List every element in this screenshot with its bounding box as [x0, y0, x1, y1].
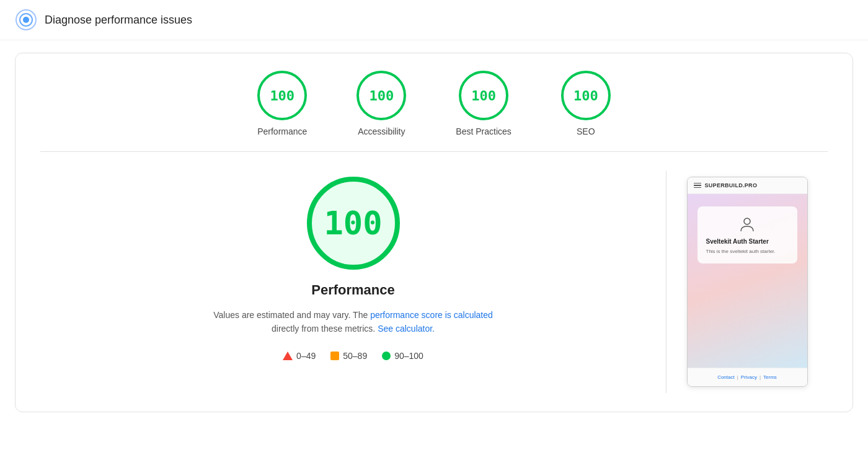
legend-item-high: 90–100 [382, 351, 423, 361]
legend: 0–49 50–89 90–100 [283, 351, 423, 361]
score-card: 100 Performance 100 Accessibility 100 Be… [15, 53, 853, 412]
calculator-link[interactable]: See calculator. [378, 324, 435, 334]
logo-icon [15, 9, 37, 31]
description-text: Values are estimated and may vary. The [213, 310, 370, 320]
circle-icon [382, 352, 391, 360]
performance-score-link[interactable]: performance score is calculated [370, 310, 493, 320]
score-description: Values are estimated and may vary. The p… [211, 308, 496, 336]
description-mid: directly from these metrics. [272, 324, 378, 334]
scores-row: 100 Performance 100 Accessibility 100 Be… [40, 71, 828, 151]
footer-privacy-link[interactable]: Privacy [741, 374, 757, 380]
main-content: 100 Performance 100 Accessibility 100 Be… [0, 40, 868, 425]
score-label-performance: Performance [257, 126, 307, 136]
large-score-label: Performance [311, 282, 395, 298]
score-label-accessibility: Accessibility [358, 126, 405, 136]
score-circle-seo: 100 [561, 71, 611, 120]
score-item-best-practices: 100 Best Practices [456, 71, 511, 136]
browser-footer: Contact | Privacy | Terms [688, 368, 807, 386]
preview-avatar-icon [738, 215, 756, 232]
score-item-accessibility: 100 Accessibility [356, 71, 406, 136]
legend-range-mid: 50–89 [343, 351, 367, 361]
score-item-seo: 100 SEO [561, 71, 611, 136]
browser-content: Sveltekit Auth Starter This is the svelt… [688, 194, 807, 368]
card-bottom: 100 Performance Values are estimated and… [40, 152, 828, 412]
score-label-best-practices: Best Practices [456, 126, 511, 136]
score-value-performance: 100 [270, 88, 294, 104]
score-value-best-practices: 100 [471, 88, 496, 104]
page-title: Diagnose performance issues [45, 14, 192, 27]
browser-url: SUPERBUILD.PRO [705, 182, 758, 188]
footer-sep-2: | [760, 374, 761, 380]
legend-range-low: 0–49 [296, 351, 316, 361]
svg-point-2 [23, 17, 29, 23]
score-value-accessibility: 100 [369, 88, 394, 104]
score-label-seo: SEO [577, 126, 595, 136]
legend-range-high: 90–100 [394, 351, 423, 361]
left-panel: 100 Performance Values are estimated and… [40, 170, 666, 393]
preview-browser: SUPERBUILD.PRO Sveltekit Auth Starter Th… [687, 177, 808, 387]
preview-card-title: Sveltekit Auth Starter [706, 237, 789, 245]
score-value-seo: 100 [574, 88, 598, 104]
legend-item-low: 0–49 [283, 351, 316, 361]
footer-terms-link[interactable]: Terms [763, 374, 777, 380]
triangle-icon [283, 352, 293, 360]
legend-item-mid: 50–89 [330, 351, 367, 361]
preview-card: Sveltekit Auth Starter This is the svelt… [698, 206, 797, 263]
footer-contact-link[interactable]: Contact [717, 374, 735, 380]
square-icon [330, 352, 339, 360]
footer-sep-1: | [737, 374, 738, 380]
browser-bar: SUPERBUILD.PRO [688, 177, 807, 194]
large-score-value: 100 [324, 205, 383, 242]
score-circle-best-practices: 100 [459, 71, 508, 120]
preview-card-desc: This is the sveltekit auth starter. [706, 248, 789, 255]
hamburger-icon [694, 183, 701, 188]
score-circle-accessibility: 100 [356, 71, 406, 120]
score-item-performance: 100 Performance [257, 71, 307, 136]
right-panel: SUPERBUILD.PRO Sveltekit Auth Starter Th… [666, 170, 828, 393]
score-circle-performance: 100 [257, 71, 307, 120]
svg-point-3 [744, 218, 750, 224]
header: Diagnose performance issues [0, 0, 868, 40]
large-score-circle: 100 [307, 177, 400, 270]
